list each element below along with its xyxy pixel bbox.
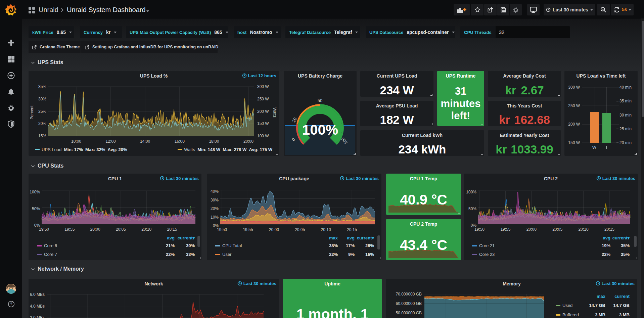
svg-text:35 min: 35 min bbox=[619, 99, 632, 103]
svg-text:12:00: 12:00 bbox=[106, 139, 116, 144]
svg-text:14:00: 14:00 bbox=[140, 139, 150, 144]
svg-text:2.0 MBs: 2.0 MBs bbox=[30, 315, 45, 318]
svg-text:70.000000 GB: 70.000000 GB bbox=[396, 292, 422, 297]
svg-text:50%: 50% bbox=[468, 207, 476, 211]
svg-text:19:55: 19:55 bbox=[64, 227, 75, 232]
svg-text:19:50: 19:50 bbox=[217, 227, 227, 232]
svg-text:300 W: 300 W bbox=[257, 84, 269, 89]
svg-text:6.0 MBs: 6.0 MBs bbox=[30, 292, 45, 297]
svg-text:35%: 35% bbox=[38, 84, 46, 89]
svg-text:20 min: 20 min bbox=[619, 140, 632, 145]
svg-text:16:00: 16:00 bbox=[175, 139, 185, 144]
svg-text:20:10: 20:10 bbox=[321, 227, 331, 232]
svg-text:30 min: 30 min bbox=[619, 113, 632, 118]
svg-text:20:00: 20:00 bbox=[90, 227, 100, 232]
svg-text:18:00: 18:00 bbox=[209, 139, 219, 144]
svg-text:20:10: 20:10 bbox=[141, 227, 151, 232]
svg-text:19:55: 19:55 bbox=[243, 227, 253, 232]
svg-text:10%: 10% bbox=[211, 215, 219, 220]
svg-text:10:00: 10:00 bbox=[71, 139, 81, 144]
svg-text:200 W: 200 W bbox=[568, 122, 580, 127]
svg-text:T: T bbox=[605, 145, 608, 150]
svg-text:?: ? bbox=[10, 302, 12, 306]
svg-text:Watts: Watts bbox=[272, 107, 277, 118]
svg-text:50%: 50% bbox=[32, 207, 40, 211]
svg-text:40%: 40% bbox=[211, 189, 219, 194]
svg-text:100%: 100% bbox=[466, 190, 476, 194]
svg-text:20%: 20% bbox=[38, 121, 46, 126]
svg-text:20:00: 20:00 bbox=[269, 227, 279, 232]
svg-text:15%: 15% bbox=[38, 134, 46, 138]
svg-text:30%: 30% bbox=[38, 97, 46, 101]
svg-text:20:15: 20:15 bbox=[347, 227, 357, 232]
svg-text:100%: 100% bbox=[30, 190, 40, 194]
svg-text:20:05: 20:05 bbox=[295, 227, 305, 232]
svg-text:20%: 20% bbox=[211, 206, 219, 211]
svg-text:30%: 30% bbox=[211, 198, 219, 202]
svg-text:20:15: 20:15 bbox=[604, 227, 614, 232]
svg-text:100 W: 100 W bbox=[257, 134, 269, 138]
svg-text:20:15: 20:15 bbox=[167, 227, 177, 232]
svg-text:20:00: 20:00 bbox=[526, 227, 537, 232]
svg-text:250 W: 250 W bbox=[568, 103, 580, 108]
svg-text:150 W: 150 W bbox=[257, 121, 269, 126]
svg-text:200 W: 200 W bbox=[257, 109, 269, 114]
svg-text:Percent: Percent bbox=[30, 105, 34, 120]
svg-text:150 W: 150 W bbox=[568, 140, 580, 145]
svg-text:60.000000 GB: 60.000000 GB bbox=[396, 301, 422, 306]
svg-text:40 min: 40 min bbox=[619, 85, 632, 90]
svg-text:50.000000 GB: 50.000000 GB bbox=[396, 311, 422, 315]
svg-text:25%: 25% bbox=[38, 109, 46, 114]
svg-text:19:50: 19:50 bbox=[39, 227, 49, 232]
svg-text:50: 50 bbox=[318, 98, 322, 103]
svg-text:250 W: 250 W bbox=[257, 97, 269, 101]
svg-text:20:00: 20:00 bbox=[243, 139, 254, 144]
svg-text:W: W bbox=[592, 145, 597, 150]
svg-text:4.0 MBs: 4.0 MBs bbox=[30, 304, 45, 309]
svg-text:19:50: 19:50 bbox=[474, 227, 485, 232]
svg-text:19:55: 19:55 bbox=[500, 227, 510, 232]
svg-text:20:05: 20:05 bbox=[116, 227, 126, 232]
svg-text:300 W: 300 W bbox=[568, 85, 580, 90]
svg-text:20:05: 20:05 bbox=[552, 227, 562, 232]
svg-text:20:10: 20:10 bbox=[579, 227, 589, 232]
svg-text:25 min: 25 min bbox=[619, 127, 632, 131]
